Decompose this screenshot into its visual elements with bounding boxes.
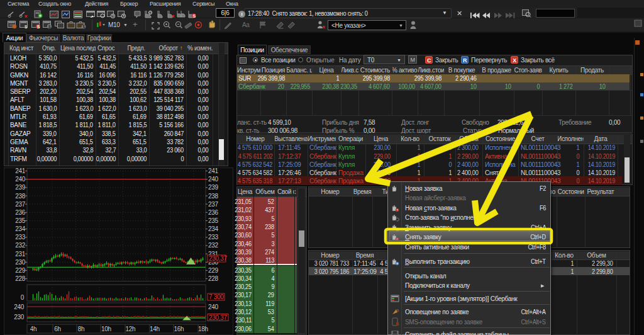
svg-text:$: $ [48,25,51,29]
svg-text:239: 239 [15,184,26,191]
svg-text:231: 231 [15,251,26,258]
svg-text:8h: 8h [78,326,85,332]
svg-text:$: $ [82,25,85,29]
svg-text:237: 237 [15,201,26,208]
svg-text:235: 235 [15,217,26,224]
svg-text:4h: 4h [30,326,37,332]
svg-text:241: 241 [15,168,26,174]
svg-text:240: 240 [15,176,26,183]
svg-text:x: x [25,13,28,18]
svg-text:232: 232 [15,242,26,249]
svg-text:230: 230 [15,259,26,266]
svg-text:228: 228 [15,275,26,282]
svg-text:10h: 10h [101,326,111,332]
svg-text:x: x [172,13,175,18]
svg-text:229: 229 [15,267,26,274]
svg-text:S: S [37,25,40,29]
svg-text:233: 233 [15,234,26,241]
svg-text:230: 230 [14,314,25,321]
svg-text:x: x [323,24,326,29]
svg-text:236: 236 [15,209,26,216]
svg-text:S: S [192,14,196,18]
svg-text:0: 0 [21,294,25,301]
svg-text:234: 234 [15,225,26,232]
svg-text:238: 238 [15,193,26,200]
svg-text:6h: 6h [54,326,61,332]
svg-text:240: 240 [14,304,25,310]
